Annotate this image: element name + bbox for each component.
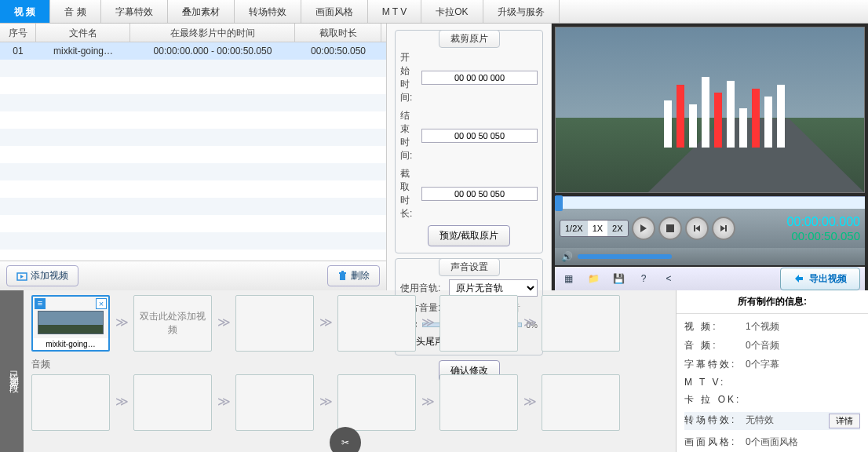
seek-thumb[interactable]: [555, 195, 563, 211]
trash-icon: [337, 271, 348, 281]
cell-name: mixkit-going…: [36, 42, 130, 60]
timeline-body: ≡ × mixkit-going… ≫ 双击此处添加视频 ≫ ≫ ≫ ≫ 音频 …: [24, 290, 676, 452]
delete-label: 删除: [351, 269, 370, 282]
transition-slot[interactable]: ≫: [215, 394, 232, 411]
empty-slot[interactable]: [235, 295, 314, 352]
stop-button[interactable]: [658, 217, 682, 240]
empty-slot[interactable]: [439, 374, 518, 431]
empty-slot[interactable]: [542, 295, 620, 352]
empty-slot[interactable]: [235, 374, 314, 431]
empty-slot[interactable]: [133, 374, 212, 431]
empty-slot[interactable]: [337, 374, 416, 431]
fab-button[interactable]: ✂: [330, 427, 361, 452]
tab-1[interactable]: 音 频: [50, 0, 100, 23]
info-row: 画面风格:0个画面风格: [684, 436, 860, 449]
transition-slot[interactable]: ≫: [419, 394, 436, 411]
preview-cut-button[interactable]: 预览/截取原片: [428, 225, 510, 246]
cell-range: 00:00:00.000 - 00:00:50.050: [130, 42, 295, 60]
sound-legend: 声音设置: [439, 258, 500, 276]
tab-8[interactable]: 升级与服务: [483, 0, 560, 23]
info-label: 转场特效:: [684, 414, 746, 428]
cell-dur: 00:00:50.050: [295, 42, 381, 60]
empty-slot[interactable]: [439, 295, 518, 352]
play-button[interactable]: [632, 217, 655, 240]
start-time-input[interactable]: [421, 71, 538, 85]
info-body: 视 频:1个视频音 频:0个音频字幕特效:0个字幕M T V:卡 拉 OK:转场…: [677, 314, 868, 452]
detail-button[interactable]: 详情: [829, 414, 860, 428]
info-value: 无特效: [746, 414, 824, 428]
delete-button[interactable]: 删除: [327, 265, 380, 286]
next-button[interactable]: [712, 217, 735, 240]
tab-2[interactable]: 字幕特效: [101, 0, 168, 23]
info-value: [746, 393, 860, 406]
speed-selector[interactable]: 1/2X1X2X: [560, 220, 629, 237]
col-index: 序号: [0, 24, 36, 42]
tab-7[interactable]: 卡拉OK: [421, 0, 483, 23]
info-row: 卡 拉 OK:: [684, 393, 860, 406]
current-time: 00:00:00.000: [787, 215, 860, 229]
add-video-label: 添加视频: [31, 269, 68, 282]
transition-slot[interactable]: ≫: [113, 394, 130, 411]
empty-slot[interactable]: [31, 374, 110, 431]
info-value: 0个画面风格: [746, 436, 860, 449]
folder-icon[interactable]: 📁: [585, 270, 602, 287]
info-value: 0个音频: [746, 339, 860, 352]
add-clip-slot[interactable]: 双击此处添加视频: [133, 295, 212, 352]
clip-list-panel: 序号 文件名 在最终影片中的时间 截取时长 01 mixkit-going… 0…: [0, 24, 387, 290]
clip-row[interactable]: 01 mixkit-going… 00:00:00.000 - 00:00:50…: [0, 42, 386, 60]
add-icon: [16, 271, 27, 282]
cut-legend: 裁剪原片: [439, 30, 500, 48]
col-filename: 文件名: [36, 24, 130, 42]
cut-dur-label: 截取时长:: [400, 167, 417, 221]
help-icon[interactable]: ?: [635, 270, 652, 287]
grid-icon[interactable]: ▦: [560, 270, 577, 287]
timeline-clip[interactable]: ≡ × mixkit-going…: [31, 295, 110, 352]
end-time-input[interactable]: [421, 129, 538, 143]
info-row: 视 频:1个视频: [684, 320, 860, 334]
preview-viewport[interactable]: [555, 27, 865, 193]
clip-list-header: 序号 文件名 在最终影片中的时间 截取时长: [0, 24, 386, 42]
tab-6[interactable]: M T V: [368, 0, 422, 23]
volume-bar: 🔊: [555, 248, 865, 265]
add-clip-hint: 双击此处添加视频: [137, 310, 208, 337]
clip-list-body[interactable]: 01 mixkit-going… 00:00:00.000 - 00:00:50…: [0, 42, 386, 261]
tab-5[interactable]: 画面风格: [301, 0, 368, 23]
player-volume-slider[interactable]: [578, 254, 672, 259]
tab-0[interactable]: 视 频: [0, 0, 50, 23]
transition-slot[interactable]: ≫: [317, 315, 334, 332]
clip-thumbnail: [38, 311, 104, 334]
speaker-icon[interactable]: 🔊: [561, 251, 573, 262]
start-time-label: 开始时间:: [400, 51, 417, 104]
empty-slot[interactable]: [542, 374, 620, 431]
clip-menu-icon[interactable]: ≡: [35, 298, 46, 309]
tab-3[interactable]: 叠加素材: [168, 0, 235, 23]
time-display: 00:00:00.000 00:00:50.050: [787, 215, 860, 242]
timeline-area: 已添加片段 ≡ × mixkit-going… ≫ 双击此处添加视频 ≫ ≫ ≫…: [0, 290, 868, 452]
speed-1/2X[interactable]: 1/2X: [560, 221, 588, 236]
transition-slot[interactable]: ≫: [215, 315, 232, 332]
clip-list-footer: 添加视频 删除: [0, 261, 386, 290]
add-video-button[interactable]: 添加视频: [6, 265, 78, 286]
seek-slider[interactable]: [555, 196, 865, 209]
edit-panel: 裁剪原片 开始时间: 结束时间: 截取时长: 预览/截取原片 声音设置 使用音轨…: [387, 24, 552, 290]
transition-slot[interactable]: ≫: [521, 315, 538, 332]
transition-slot[interactable]: ≫: [317, 394, 334, 411]
transition-slot[interactable]: ≫: [419, 315, 436, 332]
empty-slot[interactable]: [337, 295, 416, 352]
info-label: 视 频:: [684, 320, 746, 334]
export-label: 导出视频: [809, 272, 847, 286]
export-icon: [793, 273, 804, 284]
export-video-button[interactable]: 导出视频: [780, 268, 860, 290]
share-icon[interactable]: <: [660, 270, 677, 287]
speed-2X[interactable]: 2X: [607, 221, 627, 236]
transition-slot[interactable]: ≫: [521, 394, 538, 411]
tab-4[interactable]: 转场特效: [235, 0, 301, 23]
prev-button[interactable]: [685, 217, 709, 240]
cut-dur-input[interactable]: [421, 187, 538, 201]
clip-remove-icon[interactable]: ×: [96, 298, 107, 309]
transition-slot[interactable]: ≫: [113, 315, 130, 332]
timeline-side-label: 已添加片段: [0, 290, 24, 452]
speed-1X[interactable]: 1X: [588, 221, 607, 236]
save-icon[interactable]: 💾: [610, 270, 627, 287]
info-value: [746, 377, 860, 388]
